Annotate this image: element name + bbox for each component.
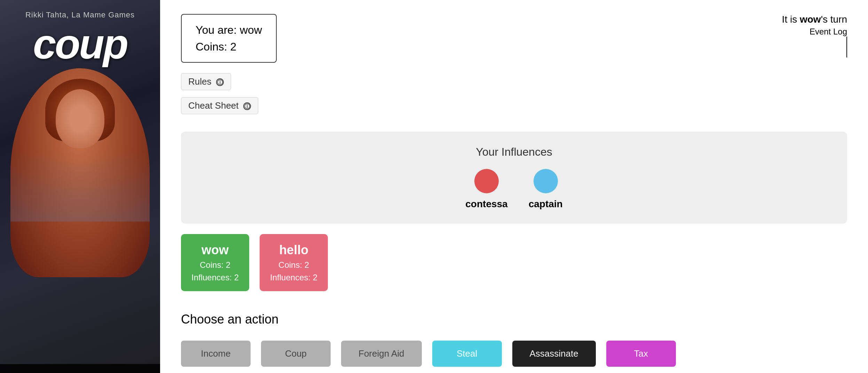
rules-link[interactable]: Rules ⓘ	[181, 73, 231, 90]
player-card-name-wow: wow	[191, 243, 239, 257]
game-cover-panel: Rikki Tahta, La Mame Games coup Indie Bo…	[0, 0, 160, 373]
influence-circle-contessa	[474, 169, 499, 193]
player-info-box: You are: wow Coins: 2	[181, 14, 277, 63]
player-cards: wowCoins: 2Influences: 2helloCoins: 2Inf…	[181, 234, 847, 291]
event-log-divider	[846, 37, 847, 57]
player-influences-hello: Influences: 2	[270, 273, 317, 282]
turn-player: wow	[800, 14, 821, 25]
cheat-sheet-link[interactable]: Cheat Sheet ⓘ	[181, 97, 258, 114]
game-title: coup	[33, 23, 127, 65]
turn-info: It is wow's turn	[782, 14, 847, 25]
influence-name-captain: captain	[529, 199, 563, 210]
cheat-sheet-info-icon: ⓘ	[243, 102, 251, 110]
player-influences-wow: Influences: 2	[191, 273, 239, 282]
action-btn-income[interactable]: Income	[181, 341, 251, 367]
info-links: Rules ⓘ Cheat Sheet ⓘ	[181, 73, 847, 114]
influence-card-captain: captain	[529, 169, 563, 210]
action-buttons-row1: IncomeCoupForeign AidStealAssassinateTax	[181, 341, 847, 367]
influences-cards: contessacaptain	[202, 169, 826, 210]
rules-info-icon: ⓘ	[216, 78, 224, 86]
cheat-sheet-label: Cheat Sheet	[188, 100, 239, 111]
turn-prefix: It is	[782, 14, 800, 25]
player-card-wow: wowCoins: 2Influences: 2	[181, 234, 249, 291]
player-card-hello: helloCoins: 2Influences: 2	[260, 234, 328, 291]
influence-name-contessa: contessa	[465, 199, 507, 210]
action-section: Choose an action IncomeCoupForeign AidSt…	[181, 312, 847, 373]
influences-title: Your Influences	[202, 146, 826, 158]
action-btn-steal[interactable]: Steal	[432, 341, 502, 367]
event-log-link[interactable]: Event Log	[810, 27, 847, 37]
game-ui-panel: You are: wow Coins: 2 It is wow's turn E…	[160, 0, 868, 373]
player-coins-wow: Coins: 2	[191, 260, 239, 270]
influence-circle-captain	[534, 169, 558, 193]
action-title: Choose an action	[181, 312, 847, 327]
influences-panel: Your Influences contessacaptain	[181, 132, 847, 224]
publisher-text: Rikki Tahta, La Mame Games	[25, 10, 135, 20]
player-coins-label: Coins: 2	[196, 38, 262, 55]
influence-card-contessa: contessa	[465, 169, 507, 210]
action-btn-coup[interactable]: Coup	[261, 341, 331, 367]
action-btn-foreign-aid[interactable]: Foreign Aid	[341, 341, 422, 367]
action-btn-tax[interactable]: Tax	[606, 341, 676, 367]
cover-art	[10, 68, 150, 277]
rules-label: Rules	[188, 76, 211, 87]
bottom-banner: Indie Boards & Cards THE RESISTANCE UNIV…	[0, 364, 160, 373]
game-subtitle: THE RESISTANCE UNIVERSE	[35, 371, 155, 373]
player-coins-hello: Coins: 2	[270, 260, 317, 270]
player-card-name-hello: hello	[270, 243, 317, 257]
action-btn-assassinate[interactable]: Assassinate	[512, 341, 596, 367]
turn-suffix: 's turn	[821, 14, 847, 25]
player-name-label: You are: wow	[196, 22, 262, 38]
